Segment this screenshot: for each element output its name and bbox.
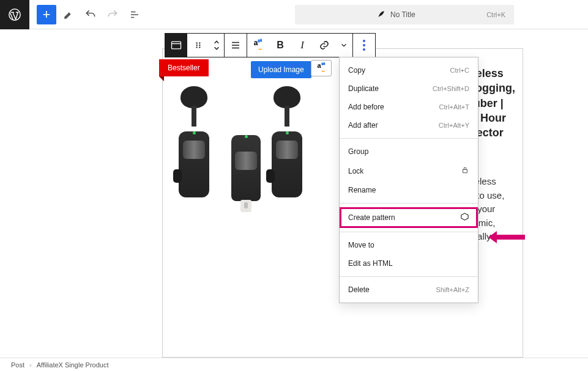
breadcrumb: Post › AffiliateX Single Product: [0, 358, 588, 371]
svg-point-3: [199, 42, 200, 43]
amazon-button[interactable]: a⇄⌣: [247, 34, 269, 57]
svg-rect-11: [463, 169, 467, 172]
menu-create-pattern[interactable]: Create pattern: [340, 207, 478, 228]
svg-point-5: [199, 45, 200, 46]
menu-rename[interactable]: Rename: [340, 181, 478, 199]
more-options-button[interactable]: [353, 34, 375, 57]
title-shortcut: Ctrl+K: [486, 11, 505, 18]
menu-edit-html[interactable]: Edit as HTML: [340, 254, 478, 273]
breadcrumb-sep: ›: [29, 361, 32, 369]
parent-block-icon[interactable]: [165, 34, 187, 57]
block-options-menu: CopyCtrl+C DuplicateCtrl+Shift+D Add bef…: [339, 57, 478, 303]
link-icon[interactable]: [313, 34, 335, 57]
block-toolbar: a⇄⌣ B I: [165, 33, 375, 57]
svg-point-4: [196, 45, 198, 46]
menu-add-before[interactable]: Add beforeCtrl+Alt+T: [340, 98, 478, 116]
edit-icon[interactable]: [59, 5, 78, 24]
chevron-down-icon[interactable]: [335, 34, 352, 57]
svg-point-2: [196, 42, 198, 43]
menu-copy[interactable]: CopyCtrl+C: [340, 61, 478, 79]
document-title: No Title: [390, 10, 486, 19]
document-title-bar[interactable]: No Title Ctrl+K: [295, 5, 514, 24]
wordpress-logo[interactable]: [0, 0, 29, 29]
menu-lock[interactable]: Lock: [340, 161, 478, 181]
svg-point-10: [363, 48, 365, 51]
menu-move-to[interactable]: Move to: [340, 236, 478, 254]
editor-canvas: a⇄⌣ B I Bestseller Upload Image a⇄⌣ Digi…: [3, 29, 585, 358]
add-block-button[interactable]: +: [37, 5, 56, 24]
svg-point-6: [196, 46, 198, 48]
svg-point-9: [363, 44, 365, 46]
menu-group[interactable]: Group: [340, 142, 478, 161]
menu-delete[interactable]: DeleteShift+Alt+Z: [340, 281, 478, 299]
pattern-icon: [460, 212, 469, 223]
drag-handle-icon[interactable]: [187, 34, 209, 57]
breadcrumb-current[interactable]: AffiliateX Single Product: [37, 361, 109, 369]
svg-rect-1: [172, 42, 181, 49]
breadcrumb-root[interactable]: Post: [11, 361, 24, 369]
svg-point-8: [363, 40, 365, 42]
feather-icon: [377, 10, 385, 20]
menu-duplicate[interactable]: DuplicateCtrl+Shift+D: [340, 79, 478, 98]
menu-add-after[interactable]: Add afterCtrl+Alt+Y: [340, 116, 478, 134]
product-image: [169, 68, 336, 234]
align-icon[interactable]: [225, 34, 247, 57]
document-outline-icon[interactable]: [125, 5, 144, 24]
lock-icon: [461, 166, 469, 176]
annotation-arrow: [488, 231, 525, 243]
italic-button[interactable]: I: [291, 34, 313, 57]
redo-icon[interactable]: [103, 5, 122, 24]
move-arrows-icon[interactable]: [209, 34, 224, 57]
svg-point-7: [199, 46, 200, 48]
editor-topbar: + No Title Ctrl+K: [0, 0, 588, 29]
undo-icon[interactable]: [81, 5, 100, 24]
bold-button[interactable]: B: [269, 34, 291, 57]
